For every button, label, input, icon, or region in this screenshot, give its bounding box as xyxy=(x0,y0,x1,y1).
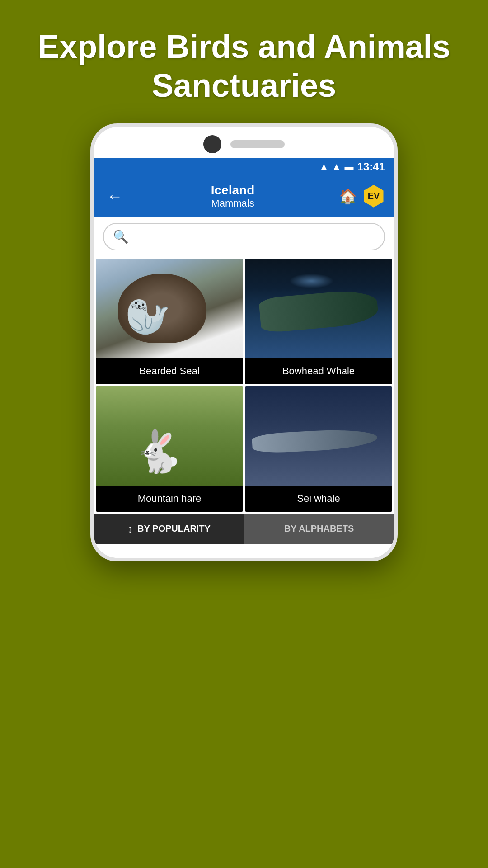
app-title-sub: Mammals xyxy=(134,198,332,209)
mountain-hare-image xyxy=(96,386,243,486)
status-icons: ▲ ▲ ▬ 13:41 xyxy=(319,160,385,173)
ev-badge[interactable]: EV xyxy=(362,185,385,208)
animal-card-bearded-seal[interactable]: Bearded Seal xyxy=(96,259,243,384)
sort-by-popularity-label: BY POPULARITY xyxy=(137,524,211,534)
phone-speaker xyxy=(230,140,285,148)
search-input-wrapper: 🔍 xyxy=(103,223,385,250)
sei-whale-label: Sei whale xyxy=(245,486,392,512)
back-button[interactable]: ← xyxy=(103,185,127,208)
home-icon[interactable]: 🏠 xyxy=(339,188,357,205)
sort-by-popularity-button[interactable]: ↕ BY POPULARITY xyxy=(94,514,244,544)
phone-camera xyxy=(203,135,221,153)
animal-card-bowhead-whale[interactable]: Bowhead Whale xyxy=(245,259,392,384)
animal-card-mountain-hare[interactable]: Mountain hare xyxy=(96,386,243,512)
page-title: Explore Birds and Animals Sanctuaries xyxy=(18,27,470,105)
app-bar: ← Iceland Mammals 🏠 EV xyxy=(94,176,394,217)
search-icon: 🔍 xyxy=(113,229,129,244)
animals-grid: Bearded Seal Bowhead Whale Mountain hare… xyxy=(94,257,394,514)
app-bar-actions: 🏠 EV xyxy=(339,185,385,208)
sort-bar: ↕ BY POPULARITY BY ALPHABETS xyxy=(94,514,394,544)
animal-card-sei-whale[interactable]: Sei whale xyxy=(245,386,392,512)
sei-whale-image xyxy=(245,386,392,486)
bearded-seal-label: Bearded Seal xyxy=(96,358,243,384)
search-bar: 🔍 xyxy=(94,217,394,257)
app-title-main: Iceland xyxy=(134,183,332,198)
status-time: 13:41 xyxy=(357,160,385,173)
bowhead-whale-label: Bowhead Whale xyxy=(245,358,392,384)
sort-by-alphabets-label: BY ALPHABETS xyxy=(284,524,354,534)
wifi-icon: ▲ xyxy=(319,161,328,172)
search-input[interactable] xyxy=(134,231,375,242)
app-title: Iceland Mammals xyxy=(134,183,332,209)
page-header: Explore Birds and Animals Sanctuaries xyxy=(0,0,488,123)
bowhead-whale-image xyxy=(245,259,392,358)
sort-arrows-icon: ↕ xyxy=(127,523,133,535)
mountain-hare-label: Mountain hare xyxy=(96,486,243,512)
battery-icon: ▬ xyxy=(345,161,354,172)
signal-icon: ▲ xyxy=(332,161,341,172)
phone-hardware-bar xyxy=(94,127,394,158)
phone-frame: ▲ ▲ ▬ 13:41 ← Iceland Mammals 🏠 EV 🔍 Bea… xyxy=(90,123,398,561)
phone-bottom-bar xyxy=(94,544,394,558)
sort-by-alphabets-button[interactable]: BY ALPHABETS xyxy=(244,514,394,544)
status-bar: ▲ ▲ ▬ 13:41 xyxy=(94,158,394,176)
bearded-seal-image xyxy=(96,259,243,358)
